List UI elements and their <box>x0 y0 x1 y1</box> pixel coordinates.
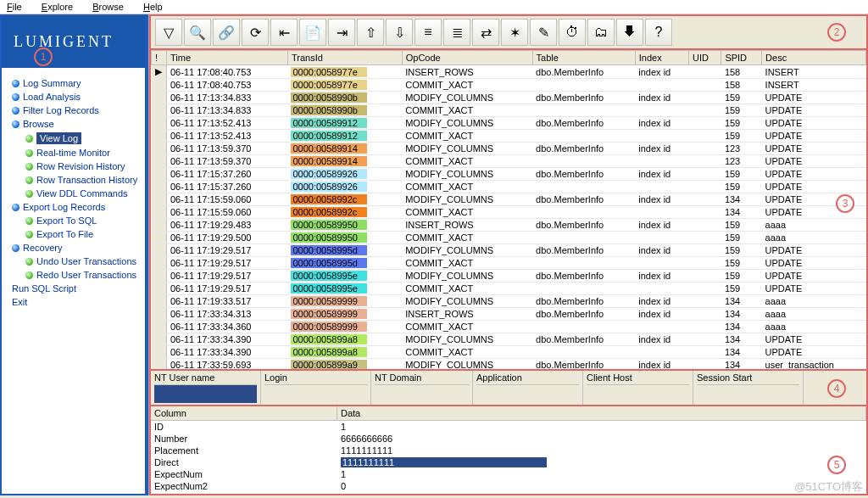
nav-redo-user-transactions[interactable]: Redo User Transactions <box>3 268 143 282</box>
col-uid[interactable]: UID <box>688 51 721 65</box>
col-opcode[interactable]: OpCode <box>402 51 532 65</box>
log-grid[interactable]: !TimeTransIdOpCodeTableIndexUIDSPIDDesc▶… <box>149 50 868 371</box>
detail-row[interactable]: ExpectNum1 <box>151 468 866 480</box>
page-icon[interactable]: 📄 <box>299 19 326 46</box>
nav-row-transaction-history[interactable]: Row Transaction History <box>3 173 143 187</box>
transid-badge: 0000:0058977e <box>291 80 367 90</box>
transid-badge: 0000:005899a8 <box>291 347 367 357</box>
nav-browse[interactable]: Browse <box>3 117 143 131</box>
help-icon[interactable]: ? <box>645 19 672 46</box>
align-right-icon[interactable]: ≣ <box>443 19 470 46</box>
log-row[interactable]: 06-11 17:19:29.5170000:0058995eCOMMIT_XA… <box>152 283 866 295</box>
col-time[interactable]: Time <box>167 51 288 65</box>
download-icon[interactable]: ⇩ <box>386 19 413 46</box>
link-icon[interactable]: 🔗 <box>213 19 240 46</box>
nav-view-ddl-commands[interactable]: View DDL Commands <box>3 187 143 200</box>
session-info-bar: NT User nameLoginNT DomainApplicationCli… <box>149 371 868 406</box>
blue-bullet-icon <box>12 204 19 211</box>
layers-icon[interactable]: 🗂 <box>587 19 615 46</box>
page-next-icon[interactable]: ⇥ <box>328 19 355 46</box>
log-row[interactable]: 06-11 17:13:52.4130000:00589912MODIFY_CO… <box>152 117 866 130</box>
clock-icon[interactable]: ⏱ <box>559 19 586 46</box>
log-row[interactable]: 06-11 17:08:40.7530000:0058977eCOMMIT_XA… <box>152 79 866 92</box>
log-row[interactable]: 06-11 17:13:34.8330000:0058990bCOMMIT_XA… <box>152 104 866 117</box>
export-icon[interactable]: 🡇 <box>616 19 643 46</box>
log-row[interactable]: 06-11 17:13:59.3700000:00589914COMMIT_XA… <box>152 155 866 168</box>
zoom-icon[interactable]: 🔍 <box>184 19 211 46</box>
flow-icon[interactable]: ⇄ <box>472 19 499 46</box>
detail-row[interactable]: Placement1111111111 <box>151 445 866 456</box>
col-transid[interactable]: TransId <box>287 51 402 65</box>
nav-run-sql-script[interactable]: Run SQL Script <box>3 282 143 295</box>
blue-bullet-icon <box>12 244 19 252</box>
menubar[interactable]: File Explore Browse Help <box>0 0 868 14</box>
log-row[interactable]: 06-11 17:19:33.5170000:00589999MODIFY_CO… <box>152 295 866 308</box>
log-row[interactable]: 06-11 17:33:34.3900000:005899a8MODIFY_CO… <box>152 333 866 346</box>
log-row[interactable]: 06-11 17:13:59.3700000:00589914MODIFY_CO… <box>152 143 866 155</box>
upload-icon[interactable]: ⇧ <box>357 19 384 46</box>
logo: LUMIGENT <box>0 14 147 68</box>
detail-grid[interactable]: Column Data ID1Number6666666666Placement… <box>149 406 868 495</box>
log-row[interactable]: 06-11 17:15:59.0600000:0058992cCOMMIT_XA… <box>152 206 866 219</box>
detail-row[interactable]: OrderID <box>151 492 866 494</box>
edit-icon[interactable]: ✎ <box>530 19 557 46</box>
page-prev-icon[interactable]: ⇤ <box>270 19 298 46</box>
col-table[interactable]: Table <box>532 51 635 65</box>
log-row[interactable]: 06-11 17:19:29.5170000:0058995eMODIFY_CO… <box>152 270 866 283</box>
log-row[interactable]: 06-11 17:33:34.3130000:00589999INSERT_RO… <box>152 308 866 321</box>
nav-real-time-monitor[interactable]: Real-time Monitor <box>3 146 143 159</box>
log-row[interactable]: 06-11 17:19:29.4830000:00589950INSERT_RO… <box>152 219 866 232</box>
log-row[interactable]: 06-11 17:19:29.5170000:0058995dCOMMIT_XA… <box>152 257 866 270</box>
menu-browse[interactable]: Browse <box>92 2 132 12</box>
green-bullet-icon <box>25 190 33 198</box>
nav-log-summary[interactable]: Log Summary <box>3 76 143 90</box>
col-![interactable]: ! <box>152 51 167 65</box>
detail-row[interactable]: ID1 <box>151 421 866 433</box>
nav-row-revision-history[interactable]: Row Revision History <box>3 159 143 173</box>
col-desc[interactable]: Desc <box>762 51 866 65</box>
log-row[interactable]: 06-11 17:13:52.4130000:00589912COMMIT_XA… <box>152 130 866 143</box>
detail-header-data[interactable]: Data <box>337 406 866 420</box>
log-row[interactable]: 06-11 17:15:59.0600000:0058992cMODIFY_CO… <box>152 193 866 206</box>
log-row[interactable]: 06-11 17:33:34.3900000:005899a8COMMIT_XA… <box>152 346 866 359</box>
nav-export-to-sql[interactable]: Export To SQL <box>3 214 143 227</box>
log-row[interactable]: 06-11 17:15:37.2600000:00589926MODIFY_CO… <box>152 168 866 181</box>
transid-badge: 0000:005899a8 <box>291 334 367 344</box>
col-index[interactable]: Index <box>635 51 688 65</box>
refresh-icon[interactable]: ⟳ <box>242 19 269 46</box>
log-row[interactable]: 06-11 17:33:34.3600000:00589999COMMIT_XA… <box>152 321 866 333</box>
transid-badge: 0000:0058995e <box>291 283 367 294</box>
log-row[interactable]: 06-11 17:33:59.6930000:005899a9MODIFY_CO… <box>152 359 866 372</box>
transid-badge: 0000:00589912 <box>291 131 367 141</box>
nav-label: Log Summary <box>23 78 81 88</box>
nav-recovery[interactable]: Recovery <box>3 241 143 255</box>
nav-label: Real-time Monitor <box>36 148 110 158</box>
detail-header-column[interactable]: Column <box>151 406 337 420</box>
menu-help[interactable]: Help <box>143 2 171 12</box>
menu-explore[interactable]: Explore <box>42 2 81 12</box>
blue-bullet-icon <box>12 93 19 101</box>
detail-row[interactable]: Number6666666666 <box>151 433 866 445</box>
log-row[interactable]: 06-11 17:15:37.2600000:00589926COMMIT_XA… <box>152 181 866 193</box>
detail-row[interactable]: ExpectNum20 <box>151 480 866 492</box>
align-left-icon[interactable]: ≡ <box>415 19 442 46</box>
nav-undo-user-transactions[interactable]: Undo User Transactions <box>3 255 143 268</box>
nav-view-log[interactable]: View Log <box>3 131 143 146</box>
graph-icon[interactable]: ✶ <box>501 19 528 46</box>
nav-export-to-file[interactable]: Export To File <box>3 227 143 241</box>
col-spid[interactable]: SPID <box>721 51 762 65</box>
nav-filter-log-records[interactable]: Filter Log Records <box>3 104 143 117</box>
nav-exit[interactable]: Exit <box>3 295 143 309</box>
log-row[interactable]: ▶06-11 17:08:40.7530000:0058977eINSERT_R… <box>152 65 866 79</box>
log-row[interactable]: 06-11 17:19:29.5000000:00589950COMMIT_XA… <box>152 232 866 244</box>
nav-export-log-records[interactable]: Export Log Records <box>3 200 143 214</box>
detail-row[interactable]: Direct1111111111 <box>151 456 866 468</box>
transid-badge: 0000:0058992c <box>291 207 367 217</box>
info-application: Application <box>473 371 583 405</box>
log-row[interactable]: 06-11 17:19:29.5170000:0058995dMODIFY_CO… <box>152 244 866 257</box>
nav-load-analysis[interactable]: Load Analysis <box>3 90 143 104</box>
log-row[interactable]: 06-11 17:13:34.8330000:0058990bMODIFY_CO… <box>152 92 866 104</box>
funnel-icon[interactable]: ▽ <box>155 19 182 46</box>
menu-file[interactable]: File <box>7 2 31 12</box>
green-bullet-icon <box>25 217 33 225</box>
